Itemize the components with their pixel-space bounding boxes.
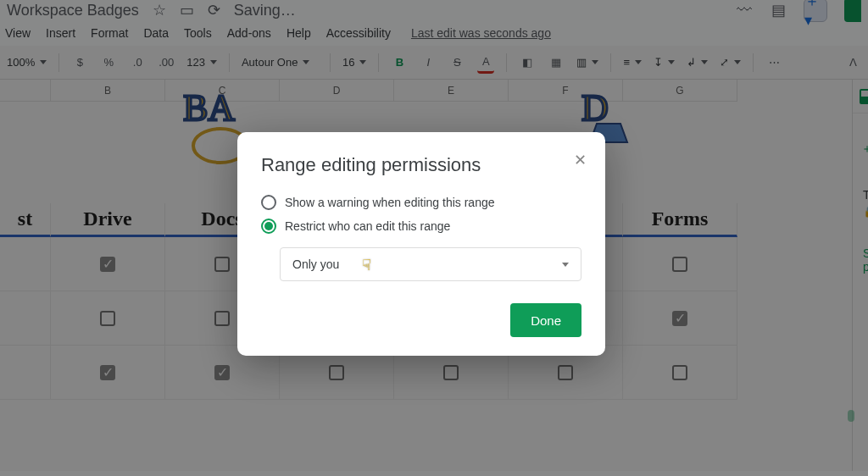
hdr-st: st (0, 203, 51, 237)
move-icon[interactable]: ▭ (180, 1, 194, 19)
row-lead (0, 237, 51, 291)
checkbox[interactable] (672, 257, 687, 272)
font-size-dropdown[interactable]: 16 (342, 56, 366, 69)
close-icon[interactable]: ✕ (574, 151, 587, 169)
saving-status: Saving… (234, 2, 296, 19)
title-bar: Workspace Badges ☆ ▭ ⟳ Saving… 〰 ▤ ＋▾ (0, 0, 868, 20)
done-button[interactable]: Done (510, 303, 581, 337)
share-button[interactable]: ＋▾ (804, 0, 827, 22)
mouse-cursor-icon: ☟ (362, 256, 371, 274)
menu-insert[interactable]: Insert (46, 26, 75, 40)
menu-data[interactable]: Data (143, 26, 169, 40)
doc-title[interactable]: Workspace Badges (7, 2, 139, 19)
radio-restrict-label: Restrict who can edit this range (285, 219, 450, 233)
radio-show-warning[interactable]: Show a warning when editing this range (261, 195, 581, 210)
italic-button[interactable]: I (420, 52, 437, 74)
rotate-button[interactable]: ⤢ (720, 56, 741, 69)
checkbox[interactable] (100, 311, 115, 326)
cell[interactable]: ✓ (51, 237, 165, 291)
toolbar: 100% $ % .0 .00 123 Autour One 16 B I S … (0, 46, 868, 80)
protected-icon (860, 89, 868, 104)
cell[interactable]: ✓ (623, 291, 737, 346)
range-entry-teacher[interactable]: Teacher 🔒 Can edit (853, 185, 868, 230)
col-B[interactable]: B (51, 80, 165, 102)
col-G[interactable]: G (623, 80, 737, 102)
checkbox[interactable] (558, 365, 573, 380)
checkbox[interactable]: ✓ (214, 365, 230, 380)
radio-warning-label: Show a warning when editing this range (285, 196, 495, 209)
checkbox[interactable] (672, 365, 687, 380)
cell[interactable] (623, 346, 737, 400)
col-F[interactable]: F (509, 80, 623, 102)
checkbox[interactable]: ✓ (100, 365, 115, 380)
plus-icon: ＋ (861, 141, 868, 157)
menu-view[interactable]: View (5, 26, 31, 40)
menu-format[interactable]: Format (91, 26, 128, 40)
hdr-drive: Drive (51, 203, 165, 237)
row-lead (0, 346, 51, 400)
font-dropdown[interactable]: Autour One (242, 56, 318, 69)
insights-icon[interactable]: 〰 (736, 0, 753, 21)
scroll-handle[interactable] (848, 410, 854, 422)
menu-bar: View Insert Format Data Tools Add-ons He… (0, 20, 868, 46)
collapse-toolbar-icon[interactable]: ᐱ (844, 52, 861, 74)
col-C[interactable]: C (165, 80, 280, 102)
decrease-decimal[interactable]: .0 (129, 52, 146, 74)
text-color-button[interactable]: A (477, 52, 494, 74)
star-icon[interactable]: ☆ (153, 1, 166, 19)
checkbox[interactable]: ✓ (672, 311, 687, 326)
col-D[interactable]: D (280, 80, 394, 102)
col-E[interactable]: E (394, 80, 509, 102)
dropdown-value: Only you (292, 257, 339, 271)
borders-button[interactable]: ▦ (548, 52, 565, 74)
comments-icon[interactable]: ▤ (770, 0, 787, 21)
column-headers: B C D E F G (0, 80, 852, 102)
col-blank (0, 80, 51, 102)
row-lead (0, 291, 51, 346)
checkbox[interactable] (443, 365, 459, 380)
checkbox[interactable] (329, 365, 344, 380)
cell[interactable] (623, 237, 737, 291)
radio-unselected-icon (261, 195, 276, 210)
strike-button[interactable]: S (448, 52, 465, 74)
format-percent[interactable]: % (100, 52, 117, 74)
last-edit-link[interactable]: Last edit was seconds ago (411, 26, 551, 40)
format-currency[interactable]: $ (71, 52, 88, 74)
cloud-icon: ⟳ (208, 1, 220, 19)
menu-addons[interactable]: Add-ons (227, 26, 271, 40)
increase-decimal[interactable]: .00 (158, 52, 175, 74)
checkbox[interactable]: ✓ (100, 257, 115, 272)
cell[interactable] (51, 291, 165, 346)
merge-button[interactable]: ▥ (576, 56, 598, 69)
menu-tools[interactable]: Tools (184, 26, 212, 40)
valign-button[interactable]: ↧ (654, 56, 675, 69)
show-all-protected-link[interactable]: Show all protected ran (853, 230, 868, 291)
zoom-dropdown[interactable]: 100% (7, 56, 47, 69)
cell[interactable]: ✓ (51, 346, 165, 400)
add-sheet-range-link[interactable]: ＋ Add a sheet or rang (853, 113, 868, 185)
range-name: Teacher (863, 188, 868, 202)
fill-color-button[interactable]: ◧ (519, 52, 536, 74)
range-permissions-dialog: Range editing permissions ✕ Show a warni… (237, 132, 605, 356)
menu-accessibility[interactable]: Accessibility (326, 26, 391, 40)
who-can-edit-dropdown[interactable]: Only you ☟ (280, 247, 581, 281)
account-avatar[interactable] (844, 0, 861, 22)
checkbox[interactable] (214, 311, 230, 326)
more-toolbar[interactable]: ⋯ (765, 52, 782, 74)
menu-help[interactable]: Help (287, 26, 311, 40)
radio-selected-icon (261, 219, 276, 234)
halign-button[interactable]: ≡ (623, 56, 642, 69)
dialog-title: Range editing permissions (261, 154, 581, 176)
lock-icon: 🔒 (863, 205, 868, 218)
chevron-down-icon (562, 263, 569, 267)
bold-button[interactable]: B (391, 52, 408, 74)
wrap-button[interactable]: ↲ (687, 56, 708, 69)
more-formats[interactable]: 123 (186, 56, 217, 69)
checkbox[interactable] (214, 257, 230, 272)
hdr-forms: Forms (623, 203, 737, 237)
radio-restrict[interactable]: Restrict who can edit this range (261, 219, 581, 234)
